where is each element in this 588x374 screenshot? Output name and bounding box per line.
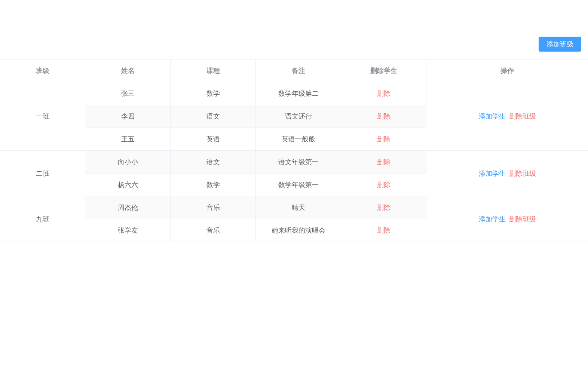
cell-student-name: 向小小 — [85, 151, 171, 174]
page-container: 添加班级 班级 姓名 课程 备注 删除学生 操作 一班张三数学数学年级第二删除添… — [0, 3, 588, 242]
add-student-link[interactable]: 添加学生 — [479, 215, 506, 223]
delete-class-link[interactable]: 删除班级 — [509, 215, 536, 223]
cell-course: 英语 — [171, 128, 256, 151]
cell-remark: 数学年级第二 — [256, 82, 341, 105]
cell-delete-student: 删除 — [341, 219, 426, 242]
add-student-link[interactable]: 添加学生 — [479, 170, 506, 177]
cell-class-name: 九班 — [0, 196, 85, 242]
cell-delete-student: 删除 — [341, 105, 426, 128]
table-row: 二班向小小语文语文年级第一删除添加学生 删除班级 — [0, 151, 588, 174]
table-row: 九班周杰伦音乐晴天删除添加学生 删除班级 — [0, 196, 588, 219]
delete-student-link[interactable]: 删除 — [377, 158, 391, 166]
cell-class-name: 二班 — [0, 151, 85, 196]
toolbar: 添加班级 — [0, 37, 588, 59]
col-header-delete-student: 删除学生 — [341, 59, 426, 82]
cell-remark: 晴天 — [256, 196, 341, 219]
col-header-name: 姓名 — [85, 59, 171, 82]
delete-student-link[interactable]: 删除 — [377, 181, 391, 188]
add-class-button[interactable]: 添加班级 — [539, 37, 581, 52]
cell-course: 数学 — [171, 82, 256, 105]
cell-course: 语文 — [171, 105, 256, 128]
cell-course: 语文 — [171, 151, 256, 174]
cell-delete-student: 删除 — [341, 151, 426, 174]
delete-student-link[interactable]: 删除 — [377, 204, 391, 211]
col-header-operation: 操作 — [426, 59, 588, 82]
cell-course: 音乐 — [171, 196, 256, 219]
delete-student-link[interactable]: 删除 — [377, 227, 391, 234]
cell-student-name: 张三 — [85, 82, 171, 105]
cell-delete-student: 删除 — [341, 174, 426, 196]
delete-class-link[interactable]: 删除班级 — [509, 170, 536, 177]
cell-course: 数学 — [171, 174, 256, 196]
cell-course: 音乐 — [171, 219, 256, 242]
cell-operation: 添加学生 删除班级 — [426, 196, 588, 242]
cell-student-name: 王五 — [85, 128, 171, 151]
cell-remark: 数学年级第一 — [256, 174, 341, 196]
cell-student-name: 周杰伦 — [85, 196, 171, 219]
add-student-link[interactable]: 添加学生 — [479, 113, 506, 120]
cell-student-name: 李四 — [85, 105, 171, 128]
delete-student-link[interactable]: 删除 — [377, 113, 391, 120]
cell-remark: 英语一般般 — [256, 128, 341, 151]
cell-delete-student: 删除 — [341, 196, 426, 219]
class-table: 班级 姓名 课程 备注 删除学生 操作 一班张三数学数学年级第二删除添加学生 删… — [0, 59, 588, 242]
table-row: 一班张三数学数学年级第二删除添加学生 删除班级 — [0, 82, 588, 105]
cell-delete-student: 删除 — [341, 128, 426, 151]
cell-remark: 语文还行 — [256, 105, 341, 128]
delete-class-link[interactable]: 删除班级 — [509, 113, 536, 120]
cell-class-name: 一班 — [0, 82, 85, 151]
col-header-remark: 备注 — [256, 59, 341, 82]
cell-student-name: 杨六六 — [85, 174, 171, 196]
cell-student-name: 张学友 — [85, 219, 171, 242]
cell-remark: 语文年级第一 — [256, 151, 341, 174]
delete-student-link[interactable]: 删除 — [377, 135, 391, 143]
col-header-course: 课程 — [171, 59, 256, 82]
table-header-row: 班级 姓名 课程 备注 删除学生 操作 — [0, 59, 588, 82]
cell-remark: 她来听我的演唱会 — [256, 219, 341, 242]
delete-student-link[interactable]: 删除 — [377, 90, 391, 97]
top-divider — [0, 0, 588, 3]
cell-operation: 添加学生 删除班级 — [426, 82, 588, 151]
col-header-class: 班级 — [0, 59, 85, 82]
cell-delete-student: 删除 — [341, 82, 426, 105]
cell-operation: 添加学生 删除班级 — [426, 151, 588, 196]
